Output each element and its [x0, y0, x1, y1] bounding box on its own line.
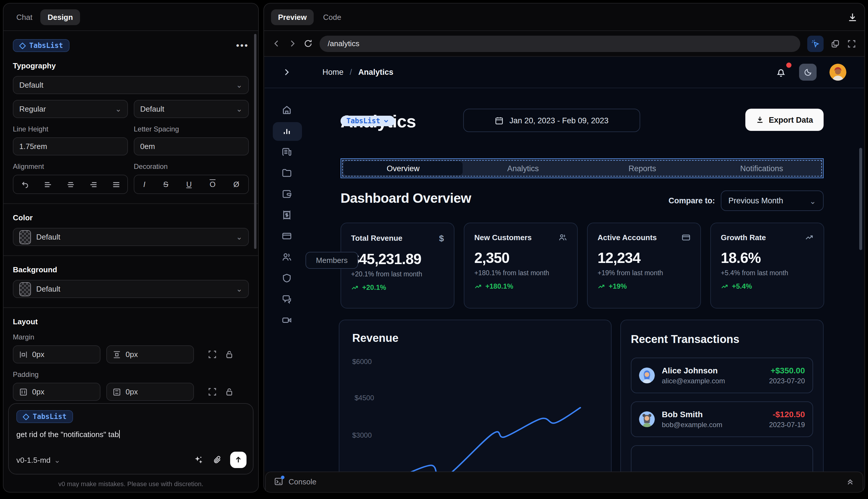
users-icon: [558, 233, 567, 242]
url-input[interactable]: /analytics: [320, 35, 800, 52]
refresh-icon[interactable]: [304, 39, 312, 48]
expand-icon[interactable]: [208, 387, 217, 396]
recent-transactions-card: Recent Transactions Alice Johnson alice@…: [620, 320, 823, 472]
sidebar-item-home[interactable]: [282, 105, 292, 115]
breadcrumb-separator: /: [350, 68, 352, 76]
chat-composer[interactable]: TabsList get rid of the "notifications" …: [8, 403, 253, 474]
stat-value: $45,231.89: [351, 251, 444, 268]
trend-up-icon: [351, 284, 359, 291]
transaction-row[interactable]: Bob Smith bob@example.com -$120.50 2023-…: [631, 401, 813, 437]
sidebar-item-analytics[interactable]: [282, 126, 292, 136]
app-header: Home / Analytics: [264, 57, 864, 88]
sparkles-icon[interactable]: [194, 455, 203, 464]
lock-icon[interactable]: [225, 387, 234, 396]
forward-icon[interactable]: [288, 39, 297, 48]
stat-value: 18.6%: [721, 250, 814, 266]
no-decoration-icon[interactable]: Ø: [233, 180, 239, 189]
chevrons-up-icon[interactable]: [846, 477, 855, 486]
sidebar-item-messages[interactable]: [282, 294, 292, 304]
composer-context-chip[interactable]: TabsList: [16, 410, 73, 423]
copy-window-icon[interactable]: [831, 39, 840, 48]
undo-icon[interactable]: [21, 180, 29, 188]
theme-toggle-button[interactable]: [799, 64, 817, 81]
transaction-row[interactable]: Alice Johnson alice@example.com +$350.00…: [631, 357, 813, 393]
tab-design[interactable]: Design: [41, 9, 80, 25]
dashboard-content: Analytics Jan 20, 2023 - Feb 09, 2023 Ex…: [340, 88, 823, 472]
font-size-select[interactable]: Default ⌄: [134, 100, 249, 118]
notifications-bell[interactable]: [776, 67, 786, 77]
tab-reports[interactable]: Reports: [583, 161, 702, 176]
padding-horizontal-icon: [19, 388, 27, 396]
sidebar-item-video[interactable]: [282, 315, 292, 325]
sidebar-item-cards[interactable]: [282, 231, 292, 241]
design-panel: Chat Design TabsList ••• Typography Defa…: [3, 3, 259, 492]
breadcrumb-home[interactable]: Home: [322, 68, 344, 76]
tab-overview[interactable]: Overview: [344, 161, 463, 175]
margin-x-input[interactable]: 0px: [13, 345, 100, 363]
selected-element-overlay-chip[interactable]: TabsList: [340, 116, 395, 126]
chevron-down-icon: ⌄: [54, 455, 60, 464]
align-right-icon[interactable]: [89, 180, 97, 188]
sidebar-item-wallet[interactable]: [282, 189, 292, 199]
transaction-date: 2023-07-19: [769, 421, 805, 429]
margin-y-input[interactable]: 0px: [106, 345, 194, 363]
expand-icon[interactable]: [208, 350, 217, 359]
design-mode-cursor-button[interactable]: [807, 35, 823, 52]
strikethrough-icon[interactable]: S: [163, 180, 168, 189]
compare-select[interactable]: Previous Month ⌄: [721, 191, 823, 211]
app-sidebar-rail: [264, 88, 309, 472]
align-justify-icon[interactable]: [112, 180, 120, 188]
export-data-button[interactable]: Export Data: [745, 109, 823, 131]
letter-spacing-label: Letter Spacing: [134, 125, 249, 133]
tab-notifications[interactable]: Notifications: [702, 161, 821, 176]
overline-icon[interactable]: O: [210, 180, 215, 189]
sidebar-item-invoices[interactable]: [282, 210, 292, 220]
transaction-row-cutoff[interactable]: [631, 445, 813, 472]
stat-value: 2,350: [474, 250, 567, 266]
italic-icon[interactable]: I: [144, 180, 146, 189]
background-select[interactable]: Default ⌄: [13, 280, 249, 298]
model-select[interactable]: v0-1.5-md ⌄: [16, 455, 60, 464]
align-left-icon[interactable]: [44, 180, 52, 188]
tab-chat[interactable]: Chat: [12, 9, 37, 25]
user-avatar[interactable]: [829, 64, 846, 81]
download-icon[interactable]: [847, 12, 857, 22]
notification-dot: [786, 62, 792, 68]
left-panel-scrollbar[interactable]: [254, 34, 257, 249]
preview-toolbar: /analytics: [264, 31, 865, 57]
color-select[interactable]: Default ⌄: [13, 228, 249, 246]
breadcrumb-current: Analytics: [358, 68, 393, 76]
composer-input[interactable]: get rid of the "notifications" tab: [16, 430, 245, 439]
transaction-name: Bob Smith: [662, 410, 722, 419]
fullscreen-icon[interactable]: [847, 39, 856, 48]
letter-spacing-input[interactable]: 0em: [134, 137, 249, 156]
lock-icon[interactable]: [225, 350, 234, 359]
transaction-email: bob@example.com: [662, 421, 722, 429]
pointer-sparkle-icon: [811, 39, 820, 48]
tab-code[interactable]: Code: [318, 9, 346, 25]
line-height-input[interactable]: 1.75rem: [13, 137, 128, 156]
sidebar-item-security[interactable]: [282, 273, 292, 283]
console-bar[interactable]: Console: [265, 472, 863, 491]
credit-card-icon: [682, 233, 691, 242]
tab-preview[interactable]: Preview: [271, 9, 314, 25]
align-center-icon[interactable]: [66, 180, 74, 188]
date-range-picker[interactable]: Jan 20, 2023 - Feb 09, 2023: [463, 109, 640, 132]
padding-y-input[interactable]: 0px: [106, 383, 194, 401]
transaction-amount: -$120.50: [769, 410, 805, 419]
sidebar-item-news[interactable]: [282, 147, 292, 157]
paperclip-icon[interactable]: [213, 455, 222, 464]
back-icon[interactable]: [272, 39, 281, 48]
viewport-scrollbar[interactable]: [859, 148, 862, 250]
more-options-icon[interactable]: •••: [236, 42, 249, 49]
sidebar-item-members[interactable]: [282, 252, 292, 262]
padding-x-input[interactable]: 0px: [13, 383, 100, 401]
font-family-select[interactable]: Default ⌄: [13, 76, 249, 94]
font-weight-select[interactable]: Regular ⌄: [13, 100, 128, 118]
selected-element-chip[interactable]: TabsList: [13, 39, 70, 52]
sidebar-expand-icon[interactable]: [282, 68, 291, 76]
underline-icon[interactable]: U: [186, 180, 192, 189]
tab-analytics[interactable]: Analytics: [463, 161, 583, 176]
sidebar-item-files[interactable]: [282, 168, 292, 178]
send-button[interactable]: [230, 452, 247, 468]
